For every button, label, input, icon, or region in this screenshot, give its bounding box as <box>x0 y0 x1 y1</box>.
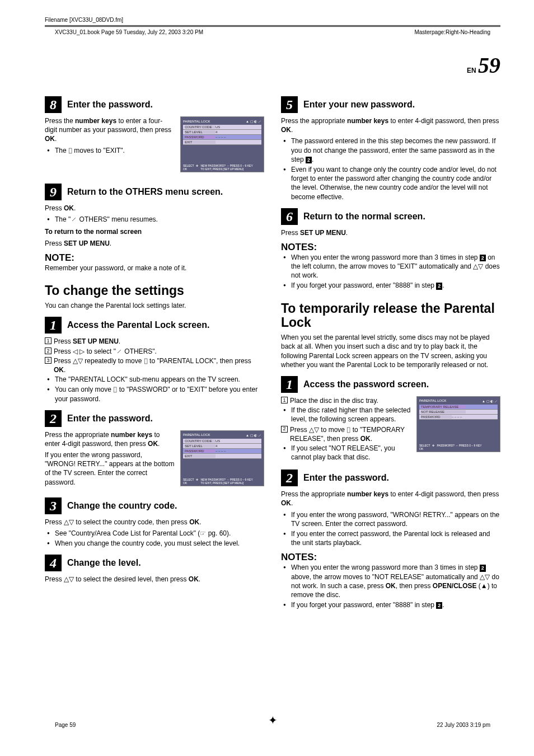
tv-icons: ▲ ▢ ◐ ⟋ <box>482 399 498 403</box>
s6-body: Press SET UP MENU. <box>281 228 500 237</box>
step-9-body: Press OK. The "⟋ OTHERS" menu resumes. T… <box>45 204 264 248</box>
note-heading: NOTE: <box>45 252 264 264</box>
step-title: Enter the password. <box>67 414 153 424</box>
section-intro: You can change the Parental lock setting… <box>45 301 264 310</box>
notes1-body: When you enter the wrong password more t… <box>281 253 500 290</box>
step-title: Enter your new password. <box>303 100 415 110</box>
masterpage-label: Masterpage:Right-No-Heading <box>414 29 490 35</box>
notes-heading: NOTES: <box>281 552 500 563</box>
en-label: EN <box>467 67 476 74</box>
step-number-5: 5 <box>281 96 298 113</box>
step-title: Return to the OTHERS menu screen. <box>67 187 223 197</box>
step-number-2: 2 <box>45 410 62 427</box>
cs1-body: 1Press SET UP MENU. 2Press ◁ ▷ to select… <box>45 337 264 403</box>
step-ref-2-icon: 2 <box>436 283 442 289</box>
substep-2-icon: 2 <box>281 426 288 433</box>
footer-date: 22 July 2003 3:19 pm <box>437 722 490 728</box>
notes2-body: When you enter the wrong password more t… <box>281 563 500 609</box>
ts1-body: 1Place the disc in the disc tray. If the… <box>281 396 411 463</box>
substep-1-icon: 1 <box>281 397 288 403</box>
step-title: Change the level. <box>67 558 141 568</box>
step-title: Access the password screen. <box>303 379 429 389</box>
page-content: Filename [XVC33U_08DVD.fm] XVC33U_01.boo… <box>45 17 500 739</box>
step-ref-2-icon: 2 <box>480 255 486 261</box>
tv-screenshot-1: PARENTAL LOCK▲ ▢ ◐ ⟋ COUNTRY CODEUS SET … <box>180 116 264 172</box>
page-number-block: EN 59 <box>45 52 500 78</box>
page-number: 59 <box>478 53 500 78</box>
substep-2-icon: 2 <box>45 348 51 354</box>
tv-icons: ▲ ▢ ◐ ⟋ <box>246 433 261 437</box>
step-number-6: 6 <box>281 208 298 225</box>
cs3-body: Press △▽ to select the country code, the… <box>45 518 264 548</box>
hr-top <box>45 25 500 27</box>
step-number-3: 3 <box>45 497 62 514</box>
doc-filename: Filename [XVC33U_08DVD.fm] <box>45 17 500 23</box>
step-number-2: 2 <box>281 469 298 486</box>
ts2-body: Press the appropriate number keys to ent… <box>281 490 500 547</box>
footer-line: Page 59 22 July 2003 3:19 pm <box>55 722 490 728</box>
book-info: XVC33U_01.book Page 59 Tuesday, July 22,… <box>55 29 203 35</box>
step-title: Access the Parental Lock screen. <box>67 320 209 330</box>
header-line: XVC33U_01.book Page 59 Tuesday, July 22,… <box>45 29 500 35</box>
step-title: Enter the password. <box>67 100 153 110</box>
step-title: Enter the password. <box>303 473 389 483</box>
tv-screenshot-3: PARENTAL LOCK▲ ▢ ◐ ⟋ TEMPORARY RELEASE N… <box>416 396 500 452</box>
tv-screenshot-2: PARENTAL LOCK▲ ▢ ◐ ⟋ COUNTRY CODEUS SET … <box>180 430 264 486</box>
step-number-1: 1 <box>281 376 298 393</box>
notes-heading: NOTES: <box>281 242 500 253</box>
right-column: 5 Enter your new password. Press the app… <box>281 90 500 611</box>
step-title: Return to the normal screen. <box>303 212 425 222</box>
section-temp-release: To temporarily release the Parental Lock <box>281 302 500 330</box>
footer-page: Page 59 <box>55 722 76 728</box>
step-title: Change the country code. <box>67 501 177 511</box>
s5-body: Press the appropriate number keys to ent… <box>281 116 500 201</box>
step-ref-2-icon: 2 <box>306 157 312 163</box>
step-ref-2-icon: 2 <box>436 602 442 609</box>
tv-icons: ▲ ▢ ◐ ⟋ <box>246 119 261 123</box>
step-number-4: 4 <box>45 555 62 571</box>
cs4-body: Press △▽ to select the desired level, th… <box>45 575 264 584</box>
temp-intro: When you set the parental level strictly… <box>281 333 500 369</box>
step-8-body: Press the number keys to enter a four-di… <box>45 116 175 156</box>
step-number-9: 9 <box>45 184 62 200</box>
cs2-body: Press the appropriate number keys to ent… <box>45 430 175 489</box>
note-text: Remember your password, or make a note o… <box>45 264 264 273</box>
step-number-8: 8 <box>45 96 62 113</box>
section-change-settings: To change the settings <box>45 284 264 298</box>
step-number-1: 1 <box>45 317 62 334</box>
step-ref-2-icon: 2 <box>480 565 486 571</box>
substep-1-icon: 1 <box>45 337 51 344</box>
left-column: 8 Enter the password. Press the number k… <box>45 90 264 611</box>
substep-3-icon: 3 <box>45 357 51 364</box>
